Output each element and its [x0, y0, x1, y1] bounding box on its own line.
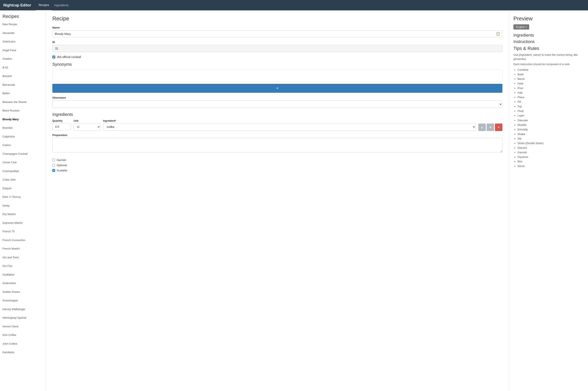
qty-col: Quantity: [52, 119, 71, 130]
navbar: Nightcap Editor Recipes Ingredients: [0, 0, 588, 10]
sidebar-item[interactable]: Bramble: [2, 125, 43, 131]
glassware-select[interactable]: Highball Martini Rocks: [52, 100, 502, 108]
garnish-row: Garnish: [52, 159, 502, 162]
sidebar-item[interactable]: Bellini: [2, 91, 43, 96]
app-brand: Nightcap Editor: [3, 3, 31, 7]
id-group: ID: [52, 41, 502, 52]
garnish-checkbox[interactable]: [52, 159, 55, 161]
sidebar-item[interactable]: Casino: [2, 142, 43, 148]
sidebar-item[interactable]: Aviation: [2, 56, 43, 62]
verb-list-item: Rim: [518, 159, 584, 164]
app-layout: Recipes New RecipeAlexanderAmericanoAnge…: [0, 10, 588, 391]
sidebar-item[interactable]: Daiquiri: [2, 186, 43, 191]
name-input-wrapper[interactable]: 📋: [52, 30, 502, 37]
preview-panel: Preview English ▾ Ingredients Instructio…: [509, 10, 588, 391]
sidebar-item[interactable]: Golden Dream: [2, 289, 43, 295]
sidebar-item[interactable]: Champagne Cocktail: [2, 151, 43, 157]
sidebar-item[interactable]: Grasshopper: [2, 298, 43, 303]
synonyms-title: Synonyms: [52, 62, 502, 67]
verb-list-item: Saturate: [518, 118, 584, 123]
sidebar-item[interactable]: French Martini: [2, 246, 43, 251]
add-synonym-button[interactable]: +: [52, 84, 502, 93]
optional-checkbox[interactable]: [52, 164, 55, 167]
verb-list-item: Strain (Double Strain): [518, 141, 584, 146]
id-label: ID: [52, 41, 502, 44]
sidebar-item[interactable]: Cuba Libre: [2, 177, 43, 182]
ingredients-title: Ingredients: [52, 112, 502, 117]
sidebar-item[interactable]: Hemingway Special: [2, 315, 43, 320]
sidebar-item[interactable]: Dry Martini: [2, 211, 43, 217]
iba-label: IBA official cocktail: [57, 55, 81, 59]
lang-label: English: [516, 25, 525, 28]
caret-icon: ▾: [526, 26, 527, 28]
optional-label: Optional: [57, 164, 67, 167]
sidebar-item[interactable]: B-52: [2, 65, 43, 70]
iba-checkbox[interactable]: [52, 56, 55, 58]
sidebar-item[interactable]: Godmother: [2, 281, 43, 286]
scalable-checkbox[interactable]: [52, 169, 55, 172]
sidebar-item[interactable]: Angel Face: [2, 48, 43, 53]
sidebar-item[interactable]: French Connection: [2, 237, 43, 243]
sidebar-items: New RecipeAlexanderAmericanoAngel FaceAv…: [2, 22, 43, 358]
ingredient-col: Ingredient* vodkaginrumtequilawhiskeybra…: [103, 119, 476, 131]
sidebar-item[interactable]: Kamikaze: [2, 350, 43, 355]
name-label: Name: [52, 26, 502, 29]
move-down-button[interactable]: ▼: [487, 123, 494, 131]
nav-recipes[interactable]: Recipes: [36, 0, 52, 11]
verb-list-item: Emulsify: [518, 127, 584, 132]
name-input[interactable]: [55, 32, 496, 36]
sidebar-item[interactable]: Between the Sheets: [2, 99, 43, 105]
tips-title: Tips & Rules: [513, 46, 584, 51]
sidebar-item[interactable]: Horse's Neck: [2, 324, 43, 329]
qty-label: Quantity: [52, 119, 71, 122]
preparation-textarea[interactable]: [52, 138, 502, 152]
unit-select[interactable]: clmlozdashtsptbspcuppiece: [73, 123, 101, 131]
move-up-button[interactable]: ▲: [478, 123, 486, 131]
sidebar-item[interactable]: Irish Coffee: [2, 332, 43, 338]
verb-list-item: Heat: [518, 81, 584, 86]
sidebar-item[interactable]: Bacardi: [2, 73, 43, 79]
sidebar-item[interactable]: Barracuda: [2, 82, 43, 88]
lang-button[interactable]: English ▾: [513, 24, 529, 29]
verb-list-item: Combine: [518, 68, 584, 72]
sidebar-item[interactable]: Derby: [2, 203, 43, 208]
sidebar-item[interactable]: Bloody Mary: [2, 117, 43, 122]
id-input: [52, 45, 502, 52]
ingredient-row: Quantity Unit clmlozdashtsptbspcuppiece …: [52, 119, 502, 131]
preview-title: Preview: [513, 15, 584, 22]
sidebar-item[interactable]: Black Russian: [2, 108, 43, 113]
sidebar-item[interactable]: Harvey Wallbanger: [2, 306, 43, 312]
sidebar-item[interactable]: Cosmopolitan: [2, 169, 43, 174]
sidebar-item[interactable]: Gin Fizz: [2, 263, 43, 269]
sidebar-item[interactable]: Dark 'n' Stormy: [2, 194, 43, 200]
ingredient-select[interactable]: vodkaginrumtequilawhiskeybrandy: [103, 123, 476, 131]
sidebar-item[interactable]: Godfather: [2, 272, 43, 278]
remove-ingredient-button[interactable]: ✕: [495, 123, 502, 131]
sidebar-item[interactable]: John Collins: [2, 341, 43, 347]
verb-list-item: Fill: [518, 100, 584, 104]
ingredient-actions: ▲ ▼ ✕: [478, 123, 502, 131]
verb-list-item: Shake: [518, 132, 584, 136]
ingredient-label: Ingredient*: [103, 119, 476, 122]
unit-label: Unit: [73, 119, 101, 122]
verb-list-item: Top: [518, 104, 584, 109]
sidebar-item[interactable]: Americano: [2, 39, 43, 44]
sidebar-item[interactable]: Clover Club: [2, 160, 43, 165]
verb-list-item: Layer: [518, 113, 584, 118]
nav-ingredients[interactable]: Ingredients: [52, 0, 71, 10]
sidebar-item[interactable]: Espresso Martini: [2, 220, 43, 226]
main-content: Recipe Name 📋 ID IBA official cocktail S…: [46, 10, 509, 391]
unit-col: Unit clmlozdashtsptbspcuppiece: [73, 119, 101, 131]
sidebar: Recipes New RecipeAlexanderAmericanoAnge…: [0, 10, 46, 391]
name-group: Name 📋: [52, 26, 502, 37]
sidebar-item[interactable]: Gin and Tonic: [2, 255, 43, 260]
verb-list-item: Squeeze: [518, 155, 584, 159]
qty-input[interactable]: [52, 123, 71, 130]
sidebar-title: Recipes: [2, 14, 43, 19]
sidebar-item[interactable]: Caipirinha: [2, 134, 43, 139]
verb-list-item: Build: [518, 72, 584, 77]
preview-instructions-title: Instructions: [513, 39, 584, 44]
sidebar-item[interactable]: New Recipe: [2, 22, 43, 27]
sidebar-item[interactable]: Alexander: [2, 30, 43, 36]
sidebar-item[interactable]: French 75: [2, 229, 43, 234]
